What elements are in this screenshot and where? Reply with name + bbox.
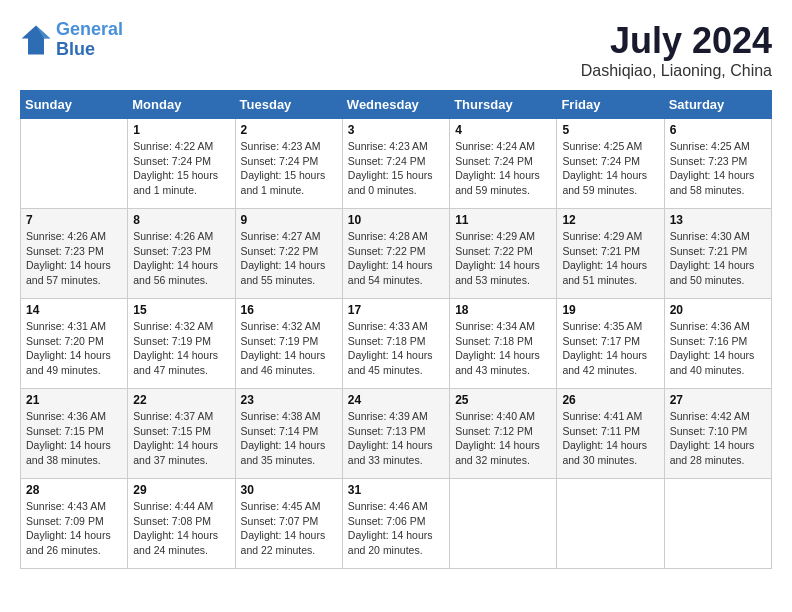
day-info: Sunrise: 4:33 AMSunset: 7:18 PMDaylight:… — [348, 319, 444, 378]
title-block: July 2024 Dashiqiao, Liaoning, China — [581, 20, 772, 80]
day-info: Sunrise: 4:23 AMSunset: 7:24 PMDaylight:… — [241, 139, 337, 198]
calendar-cell: 21Sunrise: 4:36 AMSunset: 7:15 PMDayligh… — [21, 389, 128, 479]
calendar-cell: 15Sunrise: 4:32 AMSunset: 7:19 PMDayligh… — [128, 299, 235, 389]
calendar-cell — [21, 119, 128, 209]
calendar-cell: 4Sunrise: 4:24 AMSunset: 7:24 PMDaylight… — [450, 119, 557, 209]
day-number: 12 — [562, 213, 658, 227]
calendar-cell — [664, 479, 771, 569]
day-number: 3 — [348, 123, 444, 137]
calendar-cell: 18Sunrise: 4:34 AMSunset: 7:18 PMDayligh… — [450, 299, 557, 389]
day-number: 31 — [348, 483, 444, 497]
day-number: 18 — [455, 303, 551, 317]
calendar-cell: 11Sunrise: 4:29 AMSunset: 7:22 PMDayligh… — [450, 209, 557, 299]
day-number: 4 — [455, 123, 551, 137]
day-number: 7 — [26, 213, 122, 227]
calendar-cell: 8Sunrise: 4:26 AMSunset: 7:23 PMDaylight… — [128, 209, 235, 299]
day-number: 17 — [348, 303, 444, 317]
day-info: Sunrise: 4:46 AMSunset: 7:06 PMDaylight:… — [348, 499, 444, 558]
calendar-cell — [450, 479, 557, 569]
day-info: Sunrise: 4:26 AMSunset: 7:23 PMDaylight:… — [133, 229, 229, 288]
day-info: Sunrise: 4:22 AMSunset: 7:24 PMDaylight:… — [133, 139, 229, 198]
day-info: Sunrise: 4:45 AMSunset: 7:07 PMDaylight:… — [241, 499, 337, 558]
day-info: Sunrise: 4:36 AMSunset: 7:16 PMDaylight:… — [670, 319, 766, 378]
day-number: 19 — [562, 303, 658, 317]
day-info: Sunrise: 4:31 AMSunset: 7:20 PMDaylight:… — [26, 319, 122, 378]
day-number: 1 — [133, 123, 229, 137]
day-info: Sunrise: 4:42 AMSunset: 7:10 PMDaylight:… — [670, 409, 766, 468]
calendar-cell: 1Sunrise: 4:22 AMSunset: 7:24 PMDaylight… — [128, 119, 235, 209]
day-info: Sunrise: 4:37 AMSunset: 7:15 PMDaylight:… — [133, 409, 229, 468]
header-row: SundayMondayTuesdayWednesdayThursdayFrid… — [21, 91, 772, 119]
calendar-cell: 31Sunrise: 4:46 AMSunset: 7:06 PMDayligh… — [342, 479, 449, 569]
day-info: Sunrise: 4:32 AMSunset: 7:19 PMDaylight:… — [241, 319, 337, 378]
day-info: Sunrise: 4:25 AMSunset: 7:24 PMDaylight:… — [562, 139, 658, 198]
logo-icon — [20, 24, 52, 56]
day-info: Sunrise: 4:34 AMSunset: 7:18 PMDaylight:… — [455, 319, 551, 378]
main-title: July 2024 — [581, 20, 772, 62]
day-info: Sunrise: 4:26 AMSunset: 7:23 PMDaylight:… — [26, 229, 122, 288]
week-row-3: 21Sunrise: 4:36 AMSunset: 7:15 PMDayligh… — [21, 389, 772, 479]
calendar-cell: 19Sunrise: 4:35 AMSunset: 7:17 PMDayligh… — [557, 299, 664, 389]
day-number: 11 — [455, 213, 551, 227]
day-number: 21 — [26, 393, 122, 407]
calendar-cell: 13Sunrise: 4:30 AMSunset: 7:21 PMDayligh… — [664, 209, 771, 299]
day-info: Sunrise: 4:38 AMSunset: 7:14 PMDaylight:… — [241, 409, 337, 468]
calendar-cell: 7Sunrise: 4:26 AMSunset: 7:23 PMDaylight… — [21, 209, 128, 299]
day-number: 6 — [670, 123, 766, 137]
day-number: 27 — [670, 393, 766, 407]
day-info: Sunrise: 4:27 AMSunset: 7:22 PMDaylight:… — [241, 229, 337, 288]
calendar-cell: 29Sunrise: 4:44 AMSunset: 7:08 PMDayligh… — [128, 479, 235, 569]
calendar-cell: 14Sunrise: 4:31 AMSunset: 7:20 PMDayligh… — [21, 299, 128, 389]
calendar-cell: 25Sunrise: 4:40 AMSunset: 7:12 PMDayligh… — [450, 389, 557, 479]
day-number: 30 — [241, 483, 337, 497]
day-info: Sunrise: 4:29 AMSunset: 7:22 PMDaylight:… — [455, 229, 551, 288]
calendar-body: 1Sunrise: 4:22 AMSunset: 7:24 PMDaylight… — [21, 119, 772, 569]
header-sunday: Sunday — [21, 91, 128, 119]
day-info: Sunrise: 4:30 AMSunset: 7:21 PMDaylight:… — [670, 229, 766, 288]
calendar-cell — [557, 479, 664, 569]
calendar-cell: 5Sunrise: 4:25 AMSunset: 7:24 PMDaylight… — [557, 119, 664, 209]
calendar-cell: 30Sunrise: 4:45 AMSunset: 7:07 PMDayligh… — [235, 479, 342, 569]
calendar-cell: 6Sunrise: 4:25 AMSunset: 7:23 PMDaylight… — [664, 119, 771, 209]
day-info: Sunrise: 4:25 AMSunset: 7:23 PMDaylight:… — [670, 139, 766, 198]
header-thursday: Thursday — [450, 91, 557, 119]
day-number: 5 — [562, 123, 658, 137]
day-number: 25 — [455, 393, 551, 407]
calendar-cell: 3Sunrise: 4:23 AMSunset: 7:24 PMDaylight… — [342, 119, 449, 209]
calendar-cell: 16Sunrise: 4:32 AMSunset: 7:19 PMDayligh… — [235, 299, 342, 389]
day-info: Sunrise: 4:44 AMSunset: 7:08 PMDaylight:… — [133, 499, 229, 558]
calendar-table: SundayMondayTuesdayWednesdayThursdayFrid… — [20, 90, 772, 569]
day-number: 13 — [670, 213, 766, 227]
calendar-cell: 17Sunrise: 4:33 AMSunset: 7:18 PMDayligh… — [342, 299, 449, 389]
calendar-cell: 28Sunrise: 4:43 AMSunset: 7:09 PMDayligh… — [21, 479, 128, 569]
week-row-4: 28Sunrise: 4:43 AMSunset: 7:09 PMDayligh… — [21, 479, 772, 569]
day-info: Sunrise: 4:29 AMSunset: 7:21 PMDaylight:… — [562, 229, 658, 288]
day-info: Sunrise: 4:39 AMSunset: 7:13 PMDaylight:… — [348, 409, 444, 468]
calendar-cell: 2Sunrise: 4:23 AMSunset: 7:24 PMDaylight… — [235, 119, 342, 209]
calendar-cell: 12Sunrise: 4:29 AMSunset: 7:21 PMDayligh… — [557, 209, 664, 299]
calendar-header: SundayMondayTuesdayWednesdayThursdayFrid… — [21, 91, 772, 119]
header-wednesday: Wednesday — [342, 91, 449, 119]
day-info: Sunrise: 4:36 AMSunset: 7:15 PMDaylight:… — [26, 409, 122, 468]
header-monday: Monday — [128, 91, 235, 119]
day-info: Sunrise: 4:41 AMSunset: 7:11 PMDaylight:… — [562, 409, 658, 468]
day-number: 22 — [133, 393, 229, 407]
day-number: 20 — [670, 303, 766, 317]
svg-marker-0 — [22, 25, 51, 54]
calendar-cell: 22Sunrise: 4:37 AMSunset: 7:15 PMDayligh… — [128, 389, 235, 479]
day-info: Sunrise: 4:23 AMSunset: 7:24 PMDaylight:… — [348, 139, 444, 198]
logo: General Blue — [20, 20, 123, 60]
subtitle: Dashiqiao, Liaoning, China — [581, 62, 772, 80]
header-friday: Friday — [557, 91, 664, 119]
day-number: 10 — [348, 213, 444, 227]
day-info: Sunrise: 4:35 AMSunset: 7:17 PMDaylight:… — [562, 319, 658, 378]
day-info: Sunrise: 4:24 AMSunset: 7:24 PMDaylight:… — [455, 139, 551, 198]
day-info: Sunrise: 4:40 AMSunset: 7:12 PMDaylight:… — [455, 409, 551, 468]
calendar-cell: 20Sunrise: 4:36 AMSunset: 7:16 PMDayligh… — [664, 299, 771, 389]
calendar-cell: 23Sunrise: 4:38 AMSunset: 7:14 PMDayligh… — [235, 389, 342, 479]
header-saturday: Saturday — [664, 91, 771, 119]
day-info: Sunrise: 4:32 AMSunset: 7:19 PMDaylight:… — [133, 319, 229, 378]
day-info: Sunrise: 4:43 AMSunset: 7:09 PMDaylight:… — [26, 499, 122, 558]
day-number: 28 — [26, 483, 122, 497]
week-row-2: 14Sunrise: 4:31 AMSunset: 7:20 PMDayligh… — [21, 299, 772, 389]
